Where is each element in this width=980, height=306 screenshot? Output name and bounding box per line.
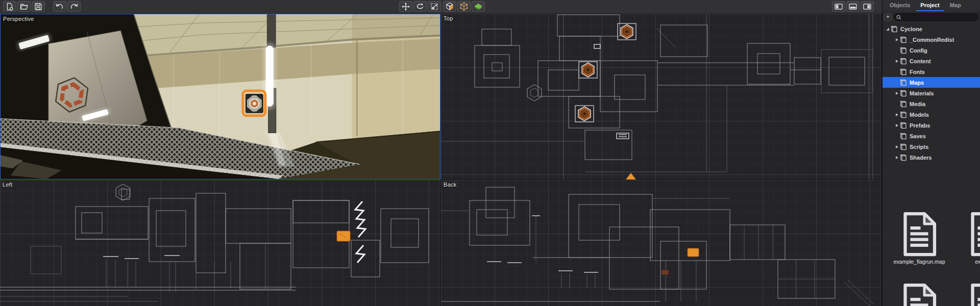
expander-icon[interactable]	[894, 141, 900, 152]
tree-item-cyclone[interactable]: Cyclone	[883, 23, 980, 34]
viewport-top[interactable]: Top	[441, 14, 881, 180]
selected-object-marker	[337, 231, 350, 241]
back-wireframe	[441, 180, 881, 306]
project-tree: Cyclone _CommonRedist Config Content Fon…	[883, 23, 980, 163]
viewport-label: Left	[3, 182, 13, 188]
map-file-icon	[899, 283, 940, 306]
save-icon	[34, 2, 43, 11]
map-file-icon	[966, 212, 980, 257]
vertex-mode-button[interactable]	[457, 1, 471, 12]
new-file-icon	[5, 2, 14, 11]
viewport-left[interactable]: Left	[0, 180, 440, 306]
viewport-perspective[interactable]: Perspective	[0, 14, 440, 180]
tree-item-maps[interactable]: Maps	[883, 77, 980, 88]
terrain-icon	[474, 2, 483, 11]
layout-right-button[interactable]	[861, 1, 874, 12]
expander-spacer	[894, 45, 900, 56]
package-icon	[900, 111, 907, 118]
search-box[interactable]	[894, 13, 978, 21]
tree-item-media[interactable]: Media	[883, 98, 980, 109]
save-button[interactable]	[32, 1, 45, 12]
tab-project[interactable]: Project	[916, 0, 943, 11]
selected-object-marker	[688, 248, 699, 257]
viewport-label: Top	[444, 15, 453, 21]
transform-button-group	[399, 1, 441, 12]
package-icon	[891, 26, 898, 33]
viewport-label: Perspective	[3, 16, 34, 22]
solid-mode-button[interactable]	[443, 1, 456, 12]
layout-bottom-button[interactable]	[846, 1, 860, 12]
map-file-icon	[966, 283, 980, 306]
tree-item-config[interactable]: Config	[883, 45, 980, 56]
panel-tabs: Objects Project Map	[883, 0, 980, 11]
expander-spacer	[894, 131, 900, 141]
perspective-3d-scene	[1, 14, 440, 179]
tab-map[interactable]: Map	[946, 0, 965, 11]
package-icon	[900, 122, 907, 129]
tree-item-materials[interactable]: Materials	[883, 88, 980, 98]
expander-icon[interactable]	[885, 23, 891, 34]
tree-item-scripts[interactable]: Scripts	[883, 141, 980, 152]
redo-icon	[69, 2, 79, 11]
package-icon	[900, 133, 907, 140]
open-folder-icon	[19, 2, 29, 11]
file-item-flagrun[interactable]: example_flagrun.map	[891, 212, 948, 265]
main-toolbar	[0, 0, 882, 14]
package-icon	[900, 154, 907, 161]
solid-cube-icon	[445, 2, 454, 11]
map-file-icon	[899, 212, 940, 257]
expander-icon[interactable]	[894, 88, 900, 98]
package-icon	[900, 68, 907, 75]
tree-item-content[interactable]: Content	[883, 56, 980, 66]
package-icon	[900, 79, 907, 86]
top-wireframe	[441, 14, 881, 180]
terrain-mode-button[interactable]	[472, 1, 485, 12]
add-button[interactable]: +	[884, 13, 892, 21]
selected-cube[interactable]	[243, 91, 265, 116]
scale-icon	[430, 2, 439, 11]
tree-item-saves[interactable]: Saves	[883, 131, 980, 141]
undo-button[interactable]	[53, 1, 66, 12]
new-file-button[interactable]	[3, 1, 16, 12]
project-search-row: +	[883, 11, 980, 22]
expander-icon[interactable]	[894, 34, 900, 45]
file-item-partial[interactable]	[958, 283, 980, 306]
viewport-label: Back	[444, 182, 457, 188]
tab-objects[interactable]: Objects	[886, 0, 914, 11]
vertex-cube-icon	[459, 2, 469, 11]
viewport-back[interactable]: Back	[441, 180, 881, 306]
expander-spacer	[894, 66, 900, 77]
tree-item-commonredist[interactable]: _CommonRedist	[883, 34, 980, 45]
expander-spacer	[894, 98, 900, 109]
tree-item-prefabs[interactable]: Prefabs	[883, 120, 980, 131]
history-button-group	[53, 1, 81, 12]
layout-right-icon	[863, 2, 872, 11]
file-item-example[interactable]: example_	[958, 212, 980, 265]
layout-left-button[interactable]	[832, 1, 845, 12]
move-tool-button[interactable]	[399, 1, 412, 12]
tree-item-fonts[interactable]: Fonts	[883, 66, 980, 77]
expander-icon[interactable]	[894, 109, 900, 120]
scale-tool-button[interactable]	[428, 1, 441, 12]
package-icon	[900, 100, 907, 108]
tree-item-shaders[interactable]: Shaders	[883, 152, 980, 163]
left-wireframe	[0, 180, 440, 306]
move-icon	[401, 2, 410, 11]
file-browser: example_flagrun.map example_	[883, 212, 980, 306]
redo-button[interactable]	[67, 1, 81, 12]
package-icon	[900, 36, 907, 43]
tree-item-models[interactable]: Models	[883, 109, 980, 120]
file-button-group	[3, 1, 45, 12]
file-name: example_	[975, 259, 980, 265]
undo-icon	[55, 2, 64, 11]
right-panel: Objects Project Map + Cyclone _CommonRed…	[882, 0, 980, 306]
expander-icon[interactable]	[894, 120, 900, 131]
search-input[interactable]	[901, 14, 978, 20]
expander-icon[interactable]	[894, 56, 900, 66]
expander-icon[interactable]	[894, 152, 900, 163]
rotate-icon	[415, 2, 425, 11]
open-button[interactable]	[17, 1, 31, 12]
package-icon	[900, 143, 907, 150]
rotate-tool-button[interactable]	[413, 1, 427, 12]
file-item-partial[interactable]	[891, 283, 948, 306]
